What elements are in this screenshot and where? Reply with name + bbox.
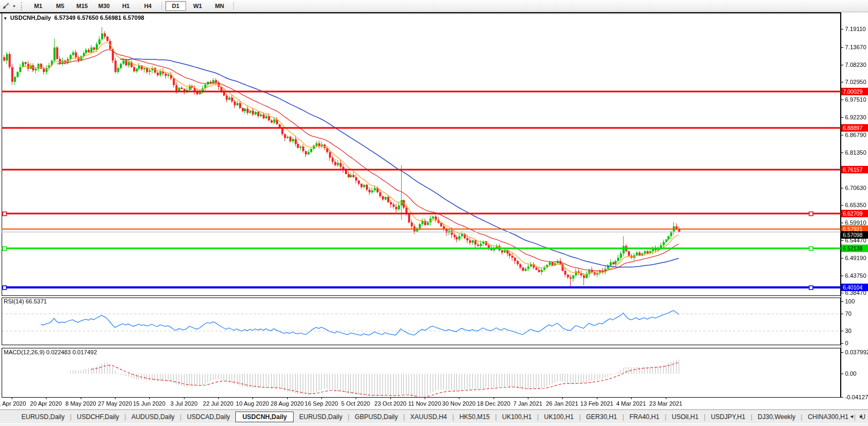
collapse-caret-icon[interactable]: ▼ bbox=[3, 16, 7, 21]
chart-tab-usdchf[interactable]: USDCHF,Daily bbox=[72, 412, 125, 422]
macd-scale-label: -0.041276 bbox=[845, 394, 868, 400]
rsi-scale-label: 70 bbox=[845, 310, 851, 317]
price-tick-label: 7.13670 bbox=[845, 44, 866, 50]
rsi-scale-label: 0 bbox=[845, 340, 848, 346]
chart-tab-xauusd[interactable]: XAUUSD,H4 bbox=[405, 412, 452, 422]
rsi-indicator-label: RSI(14) 66.5371 bbox=[4, 298, 47, 305]
timeframe-button-h4[interactable]: H4 bbox=[137, 1, 158, 11]
chart-tab-usdcad[interactable]: USDCAD,Daily bbox=[181, 412, 235, 422]
price-tick-label: 6.81350 bbox=[845, 149, 866, 156]
hline-price-badge[interactable]: 6.52138 bbox=[841, 245, 868, 252]
rsi-scale-label: 100 bbox=[845, 298, 855, 305]
chart-tab-hk50[interactable]: HK50,M15 bbox=[454, 412, 495, 422]
chart-tab-ger30[interactable]: GER30,H1 bbox=[581, 412, 623, 422]
chart-tab-dj30[interactable]: DJ30,Weekly bbox=[752, 412, 801, 422]
macd-indicator-label: MACD(12,26,9) 0.022483 0.017492 bbox=[4, 349, 97, 355]
price-tick-label: 7.19110 bbox=[845, 26, 866, 32]
tabs-scroll-left-icon[interactable]: ◄ bbox=[849, 414, 854, 419]
hline-price-badge[interactable]: 6.88897 bbox=[841, 124, 868, 132]
toolbar-separator bbox=[162, 2, 162, 10]
rsi-scale-label: 30 bbox=[845, 328, 851, 334]
toolbar: ▼ M1M5M15M30H1H4D1W1MN bbox=[0, 0, 868, 12]
bottom-strip bbox=[0, 424, 868, 426]
timeframe-button-m15[interactable]: M15 bbox=[72, 1, 93, 11]
toolbar-separator bbox=[233, 2, 234, 10]
tabs-scroll-right-icon[interactable]: ► bbox=[859, 414, 864, 419]
current-price-badge: 6.57098 bbox=[841, 231, 868, 239]
timeframe-button-w1[interactable]: W1 bbox=[187, 1, 208, 11]
chart-tab-usdcnh[interactable]: USDCNH,Daily bbox=[235, 412, 294, 422]
hline-price-badge[interactable]: 6.76157 bbox=[841, 166, 868, 173]
timeframe-button-h1[interactable]: H1 bbox=[116, 1, 136, 11]
hline-price-badge[interactable]: 6.62709 bbox=[841, 210, 868, 217]
tool-dropdown-caret[interactable]: ▼ bbox=[12, 4, 16, 8]
chart-tab-eurusd[interactable]: EURUSD,Daily bbox=[294, 412, 348, 422]
price-tick-label: 6.70630 bbox=[845, 185, 866, 191]
hline-price-badge[interactable]: 6.40104 bbox=[841, 284, 868, 291]
chart-tabs-bar: EURUSD,Daily|USDCHF,Daily|AUDUSD,Daily|U… bbox=[0, 409, 868, 423]
symbol-period-label: USDCNH,Daily bbox=[10, 14, 51, 21]
timeframe-button-m5[interactable]: M5 bbox=[50, 1, 71, 11]
price-tick-label: 6.43750 bbox=[845, 272, 866, 279]
timeframe-button-m1[interactable]: M1 bbox=[28, 1, 49, 11]
timeframe-buttons: M1M5M15M30H1H4D1W1MN bbox=[27, 1, 236, 11]
mt4-window: ▼ M1M5M15M30H1H4D1W1MN ▼USDCNH,Daily 6.5… bbox=[0, 0, 868, 426]
price-tick-label: 6.92230 bbox=[845, 114, 866, 120]
date-axis-label: 23 Mar 2021 bbox=[643, 400, 688, 407]
chart-tab-fra40[interactable]: FRA40,H1 bbox=[624, 412, 665, 422]
timeframe-button-d1[interactable]: D1 bbox=[165, 1, 186, 11]
chart-tab-gbpusd[interactable]: GBPUSD,Daily bbox=[349, 412, 403, 422]
chart-tab-usoil[interactable]: USOil,H1 bbox=[666, 412, 704, 422]
ohlc-quotes-label: 6.57349 6.57650 6.56981 6.57098 bbox=[54, 14, 144, 21]
price-tick-label: 6.49190 bbox=[845, 255, 866, 261]
timeframe-button-mn[interactable]: MN bbox=[209, 1, 230, 11]
chart-tab-audusd[interactable]: AUDUSD,Daily bbox=[126, 412, 180, 422]
crosshair-tool-icon[interactable] bbox=[1, 2, 11, 10]
chart-tab-eurusd[interactable]: EURUSD,Daily bbox=[16, 412, 70, 422]
price-tick-label: 6.65350 bbox=[845, 202, 866, 208]
timeframe-button-m30[interactable]: M30 bbox=[94, 1, 114, 11]
price-tick-label: 7.02950 bbox=[845, 79, 866, 85]
macd-scale-label: 0.037992 bbox=[845, 349, 868, 355]
price-tick-label: 6.97510 bbox=[845, 96, 866, 103]
chart-title: ▼USDCNH,Daily 6.57349 6.57650 6.56981 6.… bbox=[3, 14, 144, 21]
chart-tab-usdjpy[interactable]: USDJPY,H1 bbox=[705, 412, 750, 422]
toolbar-grip[interactable] bbox=[21, 2, 24, 10]
macd-scale-label: 0.00 bbox=[845, 370, 856, 377]
price-tick-label: 7.08230 bbox=[845, 62, 866, 68]
chart-canvas[interactable] bbox=[0, 0, 868, 426]
price-tick-label: 6.86790 bbox=[845, 132, 866, 138]
chart-tab-china300[interactable]: CHINA300,H1 bbox=[802, 412, 854, 422]
chart-tab-uk100[interactable]: UK100,H1 bbox=[539, 412, 579, 422]
chart-tab-uk100[interactable]: UK100,H1 bbox=[497, 412, 537, 422]
hline-price-badge[interactable]: 7.00029 bbox=[841, 88, 868, 95]
